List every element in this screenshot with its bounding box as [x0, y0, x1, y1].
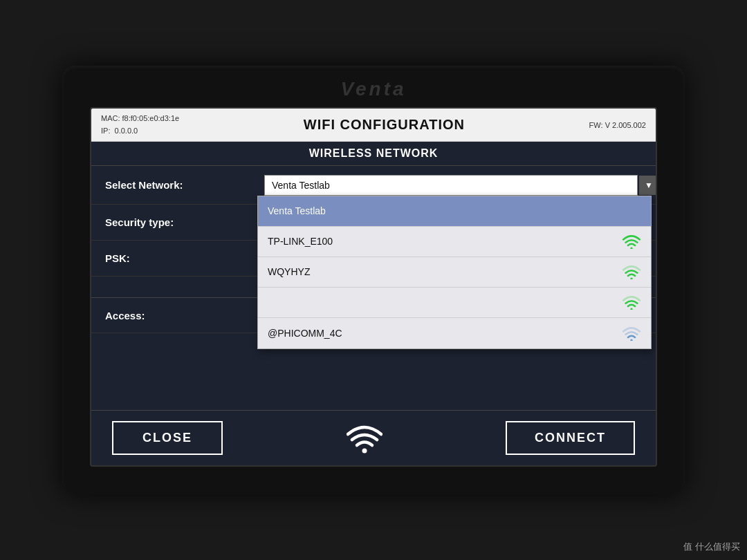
mac-value: f8:f0:05:e0:d3:1e: [122, 114, 180, 122]
device-frame: Venta MAC: f8:f0:05:e0:d3:1e IP: 0.0.0.0…: [62, 66, 685, 494]
content-area: Select Network: Venta Testlab Venta Test…: [91, 166, 656, 333]
svg-point-1: [630, 278, 632, 280]
watermark: 值 什么值得买: [683, 541, 740, 553]
wifi-signal-medium-icon: [622, 264, 641, 279]
svg-point-3: [630, 339, 632, 341]
network-option-1[interactable]: TP-LINK_E100: [258, 227, 651, 257]
network-option-0-label: Venta Testlab: [268, 205, 326, 216]
wifi-signal-medium2-icon: [622, 295, 641, 310]
network-dropdown-arrow[interactable]: [639, 176, 657, 195]
wifi-status-icon: [347, 423, 382, 454]
connect-button[interactable]: CONNECT: [506, 421, 635, 455]
svg-point-4: [362, 448, 367, 453]
network-option-1-label: TP-LINK_E100: [268, 236, 333, 247]
header-bar: MAC: f8:f0:05:e0:d3:1e IP: 0.0.0.0 WIFI …: [91, 109, 656, 142]
access-label: Access:: [91, 310, 257, 321]
close-button[interactable]: CLOSE: [112, 421, 223, 455]
network-option-4[interactable]: @PHICOMM_4C: [258, 318, 651, 348]
brand-logo: Venta: [340, 78, 406, 100]
network-select[interactable]: Venta Testlab: [264, 175, 638, 196]
select-network-value: Venta Testlab Venta Testlab TP-LINK_E100: [257, 175, 657, 196]
security-type-label: Security type:: [91, 216, 257, 228]
network-option-2-label: WQYHYZ: [268, 266, 310, 277]
ip-value: 0.0.0.0: [115, 127, 138, 135]
wifi-large-icon: [347, 423, 382, 454]
wifi-signal-strong-icon: [622, 234, 641, 249]
ip-label: IP:: [101, 127, 110, 135]
network-dropdown-list: Venta Testlab TP-LINK_E100: [257, 196, 652, 349]
screen: MAC: f8:f0:05:e0:d3:1e IP: 0.0.0.0 WIFI …: [90, 107, 657, 467]
network-option-4-label: @PHICOMM_4C: [268, 328, 342, 339]
network-option-2[interactable]: WQYHYZ: [258, 257, 651, 288]
selected-network-text: Venta Testlab: [272, 180, 330, 191]
select-network-label: Select Network:: [91, 179, 257, 191]
network-dropdown-wrapper: Venta Testlab: [264, 175, 657, 196]
wifi-signal-weak-icon: [622, 326, 641, 341]
bottom-bar: CLOSE CONNECT: [91, 410, 656, 465]
page-title: WIFI CONFIGURATION: [304, 117, 465, 133]
network-option-0[interactable]: Venta Testlab: [258, 196, 651, 227]
psk-label: PSK:: [91, 252, 257, 264]
svg-point-0: [630, 248, 632, 250]
firmware-info: FW: V 2.005.002: [589, 121, 646, 129]
network-option-3[interactable]: [258, 288, 651, 318]
section-title: WIRELESS NETWORK: [91, 142, 656, 166]
mac-label: MAC:: [101, 114, 120, 122]
header-info: MAC: f8:f0:05:e0:d3:1e IP: 0.0.0.0: [101, 113, 179, 137]
select-network-row: Select Network: Venta Testlab Venta Test…: [91, 166, 656, 205]
svg-point-2: [630, 308, 632, 310]
